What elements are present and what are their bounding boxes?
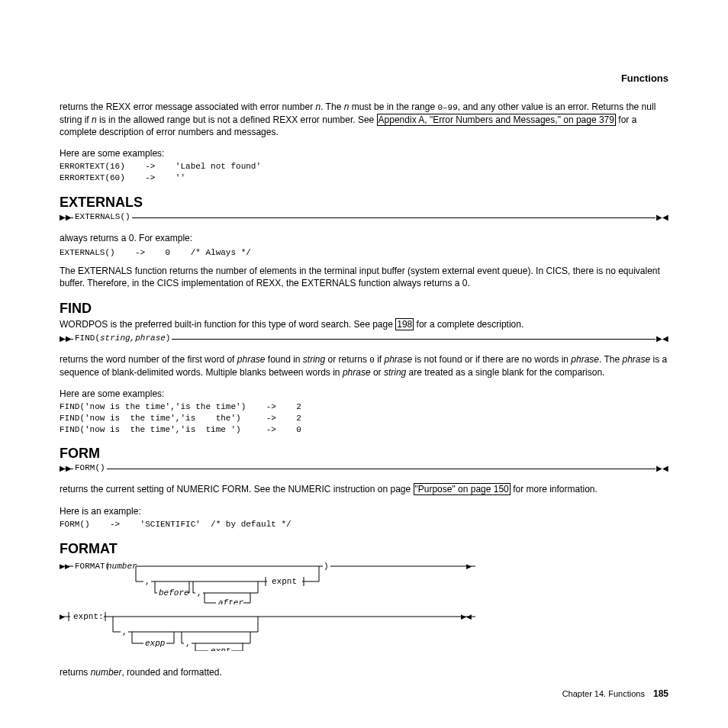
examples-lead: Here are some examples:: [60, 147, 668, 159]
form-heading: FORM: [60, 446, 668, 462]
format-syntax-diagram-1: ▶▶ ▶ FORMAT( number ) , , before , after…: [60, 559, 475, 604]
intro-paragraph: returns the REXX error message associate…: [60, 101, 668, 138]
find-desc-text: WORDPOS is the preferred built-in functi…: [60, 319, 395, 330]
externals-syntax-text: EXTERNALS(): [73, 212, 132, 221]
svg-text:expp: expp: [145, 639, 165, 648]
externals-desc2: The EXTERNALS function returns the numbe…: [60, 265, 668, 289]
svg-text:expt: expt: [211, 646, 230, 651]
svg-text:after: after: [218, 598, 243, 604]
svg-text:before: before: [159, 588, 189, 598]
externals-heading: EXTERNALS: [60, 195, 668, 211]
find-syntax: ▶▶ FIND(string,phrase) ▶◀: [60, 333, 668, 344]
form-purpose-link[interactable]: "Purpose" on page 150: [414, 483, 511, 495]
svg-text:): ): [324, 562, 329, 571]
intro-range: 0–99: [437, 103, 457, 112]
svg-text:,: ,: [185, 639, 191, 648]
format-syntax-diagram-2: ▶ ▶◀ expnt: , expp , expt: [60, 609, 475, 651]
form-syntax: ▶▶ FORM() ▶◀: [60, 463, 668, 474]
rail-end-icon: ▶◀: [656, 464, 668, 472]
externals-desc1: always returns a 0. For example:: [60, 232, 668, 244]
svg-text:▶▶: ▶▶: [60, 562, 70, 570]
example-lead: Here is an example:: [60, 505, 668, 517]
find-desc1: WORDPOS is the preferred built-in functi…: [60, 318, 668, 330]
form-syntax-text: FORM(): [73, 463, 107, 472]
externals-code: EXTERNALS() -> 0 /* Always */: [60, 247, 668, 259]
svg-text:▶◀: ▶◀: [461, 613, 472, 620]
svg-text:,: ,: [145, 577, 150, 586]
format-desc: returns number, rounded and formatted.: [60, 666, 668, 678]
chapter-label: Chapter 14. Functions: [562, 689, 645, 698]
svg-text:▶: ▶: [60, 613, 65, 620]
rail-end-icon: ▶◀: [656, 213, 668, 221]
svg-text:FORMAT(: FORMAT(: [75, 562, 110, 571]
find-page-link[interactable]: 198: [395, 318, 414, 330]
examples-lead: Here are some examples:: [60, 388, 668, 400]
appendix-link[interactable]: Appendix A, "Error Numbers and Messages,…: [377, 114, 616, 126]
page-header: Functions: [60, 72, 668, 84]
intro-text: is in the allowed range but is not a def…: [97, 114, 377, 125]
form-desc: returns the current setting of NUMERIC F…: [60, 483, 668, 495]
find-desc2: returns the word number of the first wor…: [60, 353, 668, 378]
svg-text:,: ,: [122, 627, 127, 636]
svg-text:number: number: [107, 562, 137, 571]
page-footer: Chapter 14. Functions 185: [562, 688, 668, 699]
find-heading: FIND: [60, 301, 668, 317]
rail-end-icon: ▶◀: [656, 334, 668, 343]
intro-var-n3: n: [92, 114, 97, 125]
svg-text:expnt:: expnt:: [73, 612, 104, 621]
find-desc-text: for a complete description.: [414, 319, 523, 330]
externals-syntax: ▶▶ EXTERNALS() ▶◀: [60, 212, 668, 223]
svg-text:expnt: expnt: [272, 577, 297, 586]
find-code: FIND('now is the time','is the time') ->…: [60, 401, 668, 436]
find-syntax-text: FIND(string,phrase): [73, 333, 172, 343]
page-number: 185: [653, 688, 668, 699]
svg-text:▶: ▶: [466, 562, 472, 570]
form-code: FORM() -> 'SCIENTIFIC' /* by default */: [60, 519, 668, 530]
format-heading: FORMAT: [60, 541, 668, 557]
intro-text: returns the REXX error message associate…: [60, 101, 315, 112]
svg-text:,: ,: [197, 588, 202, 598]
intro-text: must be in the range: [349, 101, 437, 112]
intro-text: . The: [321, 101, 343, 112]
errortext-code: ERRORTEXT(16) -> 'Label not found' ERROR…: [60, 161, 668, 184]
